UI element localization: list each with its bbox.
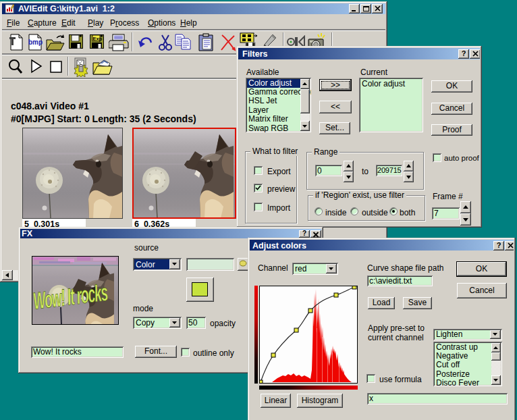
svg-text:bmp: bmp [28, 38, 43, 46]
svg-text:Exp: Exp [93, 36, 103, 42]
